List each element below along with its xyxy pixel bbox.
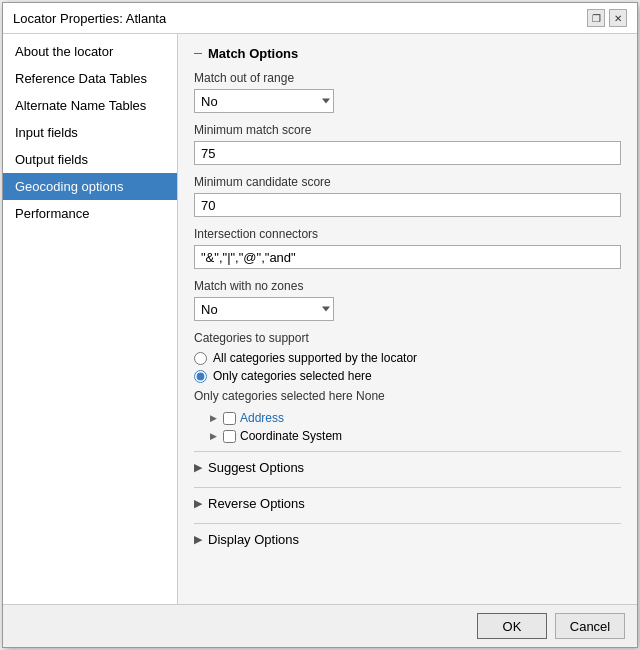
title-controls: ❐ ✕ <box>587 9 627 27</box>
radio-only-text: Only categories selected here <box>213 369 372 383</box>
dialog-title: Locator Properties: Atlanta <box>13 11 166 26</box>
sidebar-item-geocoding[interactable]: Geocoding options <box>3 173 177 200</box>
match-no-zones-label: Match with no zones <box>194 279 621 293</box>
reverse-options-header[interactable]: ▶ Reverse Options <box>194 488 621 517</box>
categories-label: Categories to support <box>194 331 621 345</box>
display-options-header[interactable]: ▶ Display Options <box>194 524 621 553</box>
title-bar: Locator Properties: Atlanta ❐ ✕ <box>3 3 637 34</box>
tree-label-address: Address <box>240 411 284 425</box>
tree-item-address: ▶ Address <box>194 409 621 427</box>
radio-only-input[interactable] <box>194 370 207 383</box>
sidebar-item-output[interactable]: Output fields <box>3 146 177 173</box>
suggest-options-header[interactable]: ▶ Suggest Options <box>194 452 621 481</box>
match-no-zones-group: Match with no zones No Yes <box>194 279 621 321</box>
min-candidate-score-label: Minimum candidate score <box>194 175 621 189</box>
match-out-of-range-group: Match out of range No Yes <box>194 71 621 113</box>
sidebar: About the locator Reference Data Tables … <box>3 34 178 604</box>
sidebar-item-alternate[interactable]: Alternate Name Tables <box>3 92 177 119</box>
reverse-options-label: Reverse Options <box>208 496 305 511</box>
reverse-arrow-icon: ▶ <box>194 497 202 510</box>
radio-all-label[interactable]: All categories supported by the locator <box>194 351 621 365</box>
match-no-zones-select[interactable]: No Yes <box>194 297 334 321</box>
sidebar-item-performance[interactable]: Performance <box>3 200 177 227</box>
min-match-score-input[interactable] <box>194 141 621 165</box>
cancel-button[interactable]: Cancel <box>555 613 625 639</box>
min-candidate-score-input[interactable] <box>194 193 621 217</box>
display-options-label: Display Options <box>208 532 299 547</box>
sidebar-item-input[interactable]: Input fields <box>3 119 177 146</box>
tree-arrow-coordinate[interactable]: ▶ <box>210 431 217 441</box>
sidebar-item-reference[interactable]: Reference Data Tables <box>3 65 177 92</box>
dialog-body: About the locator Reference Data Tables … <box>3 34 637 604</box>
match-no-zones-select-wrapper: No Yes <box>194 297 334 321</box>
sidebar-item-about[interactable]: About the locator <box>3 38 177 65</box>
checkbox-address[interactable] <box>223 412 236 425</box>
suggest-options-label: Suggest Options <box>208 460 304 475</box>
radio-all-input[interactable] <box>194 352 207 365</box>
radio-all-text: All categories supported by the locator <box>213 351 417 365</box>
reverse-options-section: ▶ Reverse Options <box>194 487 621 517</box>
ok-button[interactable]: OK <box>477 613 547 639</box>
min-match-score-group: Minimum match score <box>194 123 621 165</box>
tree-arrow-address[interactable]: ▶ <box>210 413 217 423</box>
display-arrow-icon: ▶ <box>194 533 202 546</box>
display-options-section: ▶ Display Options <box>194 523 621 553</box>
categories-section: Categories to support All categories sup… <box>194 331 621 445</box>
tree-label-coordinate: Coordinate System <box>240 429 342 443</box>
tree-item-coordinate: ▶ Coordinate System <box>194 427 621 445</box>
dialog-footer: OK Cancel <box>3 604 637 647</box>
radio-group: All categories supported by the locator … <box>194 351 621 383</box>
match-out-of-range-select-wrapper: No Yes <box>194 89 334 113</box>
radio-only-label[interactable]: Only categories selected here <box>194 369 621 383</box>
intersection-connectors-group: Intersection connectors <box>194 227 621 269</box>
suggest-arrow-icon: ▶ <box>194 461 202 474</box>
match-out-of-range-label: Match out of range <box>194 71 621 85</box>
restore-button[interactable]: ❐ <box>587 9 605 27</box>
dialog-window: Locator Properties: Atlanta ❐ ✕ About th… <box>2 2 638 648</box>
section-title: Match Options <box>194 46 621 61</box>
intersection-connectors-label: Intersection connectors <box>194 227 621 241</box>
match-out-of-range-select[interactable]: No Yes <box>194 89 334 113</box>
close-button[interactable]: ✕ <box>609 9 627 27</box>
min-match-score-label: Minimum match score <box>194 123 621 137</box>
checkbox-coordinate[interactable] <box>223 430 236 443</box>
suggest-options-section: ▶ Suggest Options <box>194 451 621 481</box>
min-candidate-score-group: Minimum candidate score <box>194 175 621 217</box>
main-panel: Match Options Match out of range No Yes … <box>178 34 637 604</box>
categories-none-text: Only categories selected here None <box>194 389 621 403</box>
intersection-connectors-input[interactable] <box>194 245 621 269</box>
